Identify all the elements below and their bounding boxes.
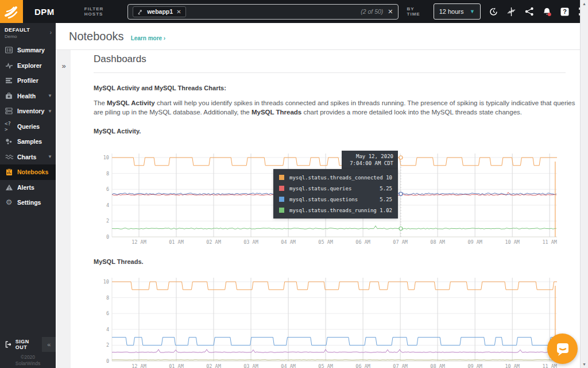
sign-out-label: SIGN OUT	[16, 339, 42, 350]
explorer-icon	[5, 62, 13, 70]
tooltip-metric-value: 5.25	[380, 197, 392, 202]
svg-text:?: ?	[563, 8, 567, 15]
svg-text:01 AM: 01 AM	[169, 239, 184, 245]
top-bar: DPM FILTER HOSTS webapp1 ✕ (2 of 50) ✕ B…	[0, 0, 588, 23]
scroll-down-icon[interactable]: ▼	[582, 362, 586, 366]
page-title: Notebooks	[69, 30, 124, 43]
svg-text:0: 0	[106, 358, 109, 364]
expand-panel-button[interactable]: »	[57, 57, 71, 74]
history-clock-icon[interactable]	[489, 6, 499, 17]
sidebar-item-health[interactable]: Health▼	[0, 89, 56, 104]
chevron-down-icon: ▼	[470, 9, 475, 14]
pulse-icon[interactable]	[506, 6, 517, 17]
chevron-down-icon: ▼	[48, 93, 52, 98]
sidebar-item-queries[interactable]: <?>Queries	[0, 119, 56, 135]
mysql-activity-chart[interactable]: May 12, 2020 7:04:00 AM CDT mysql.status…	[94, 150, 557, 250]
svg-text:07 AM: 07 AM	[393, 239, 408, 245]
svg-text:11 AM: 11 AM	[542, 239, 557, 245]
series-swatch-icon	[279, 175, 284, 180]
svg-text:4: 4	[106, 202, 109, 208]
profiler-icon	[5, 76, 13, 85]
sidebar-item-label: Explorer	[17, 62, 42, 69]
page-header: Notebooks Learn more ›	[56, 23, 580, 50]
queries-icon: <?>	[5, 122, 13, 131]
solarwinds-swirl-icon	[4, 4, 19, 19]
tooltip-metric-name: mysql.status.threads_connected	[289, 175, 386, 181]
svg-text:06 AM: 06 AM	[355, 363, 370, 368]
section-heading: MySQL Activity and MySQL Threads Charts:	[94, 85, 580, 91]
sidebar-item-alerts[interactable]: Alerts	[0, 180, 56, 195]
remove-host-filter-icon[interactable]: ✕	[176, 9, 181, 15]
charts-icon	[5, 153, 13, 161]
scroll-up-icon[interactable]: ▲	[582, 2, 586, 6]
svg-text:08 AM: 08 AM	[430, 239, 445, 245]
filter-hosts-input[interactable]: webapp1 ✕ (2 of 50) ✕	[127, 4, 398, 20]
svg-text:04 AM: 04 AM	[281, 363, 296, 368]
svg-text:10: 10	[103, 155, 109, 160]
mysql-threads-chart[interactable]: 024681012 AM01 AM02 AM03 AM04 AM05 AM06 …	[94, 274, 557, 368]
tooltip-metric-value: 10	[386, 175, 392, 181]
tooltip-metric-value: 5.25	[380, 186, 392, 191]
help-icon[interactable]: ?	[560, 6, 570, 17]
svg-text:12 AM: 12 AM	[131, 363, 146, 368]
topbar-icons: ?	[489, 6, 588, 17]
by-time-label: BY TIME	[407, 6, 428, 17]
collapse-sidebar-button[interactable]: «	[42, 337, 56, 352]
svg-text:2: 2	[106, 218, 109, 224]
sidebar-item-notebooks[interactable]: Notebooks	[0, 164, 56, 180]
sign-out-button[interactable]: SIGN OUT	[0, 339, 42, 350]
tooltip-row: mysql.status.queries5.25	[273, 183, 398, 194]
sidebar-item-inventory[interactable]: Inventory▼	[0, 103, 56, 119]
notebook-content: Dashboards MySQL Activity and MySQL Thre…	[71, 50, 580, 368]
tooltip-metric-name: mysql.status.queries	[289, 186, 380, 191]
filter-hosts-label: FILTER HOSTS	[84, 6, 122, 17]
samples-icon	[5, 137, 13, 145]
sidebar-item-label: Notebooks	[17, 168, 48, 175]
tooltip-metric-value: 1.02	[380, 208, 392, 213]
chat-icon	[555, 342, 570, 356]
sidebar-nav: DEFAULT Demo › SummaryExplorerProfilerHe…	[0, 23, 56, 368]
svg-text:06 AM: 06 AM	[355, 239, 370, 245]
notebooks-icon	[5, 168, 13, 176]
sidebar-item-profiler[interactable]: Profiler	[0, 73, 56, 89]
share-icon[interactable]	[524, 6, 535, 17]
mysql-threads-label: MySQL Threads.	[94, 258, 580, 265]
svg-text:09 AM: 09 AM	[467, 363, 482, 368]
svg-text:09 AM: 09 AM	[467, 239, 482, 245]
health-icon	[5, 92, 13, 100]
sidebar-item-label: Queries	[17, 123, 40, 130]
environment-switcher[interactable]: DEFAULT Demo ›	[0, 23, 56, 43]
sign-out-icon	[5, 341, 12, 348]
live-chat-button[interactable]	[547, 334, 578, 364]
sidebar-item-summary[interactable]: Summary	[0, 43, 56, 58]
svg-text:03 AM: 03 AM	[243, 363, 258, 368]
chevron-right-icon: ›	[50, 29, 52, 36]
notebook-list-collapsed-panel: »	[57, 50, 71, 368]
sidebar-item-label: Summary	[17, 47, 45, 53]
settings-icon: ⚙	[5, 198, 13, 206]
sidebar-item-explorer[interactable]: Explorer	[0, 58, 56, 74]
time-range-dropdown[interactable]: 12 hours ▼	[434, 3, 481, 20]
sidebar-footer: SIGN OUT «	[0, 337, 56, 352]
sidebar-item-settings[interactable]: ⚙Settings	[0, 195, 56, 210]
clear-filter-icon[interactable]: ✕	[388, 8, 393, 16]
svg-text:10 AM: 10 AM	[505, 363, 520, 368]
learn-more-link[interactable]: Learn more ›	[131, 35, 166, 41]
app-name: DPM	[34, 7, 55, 17]
bell-icon[interactable]	[542, 6, 552, 17]
environment-subtitle: Demo	[5, 34, 51, 39]
mysql-threads-plot[interactable]: 024681012 AM01 AM02 AM03 AM04 AM05 AM06 …	[94, 274, 557, 368]
tooltip-row: mysql.status.threads_running1.02	[273, 205, 398, 216]
svg-text:05 AM: 05 AM	[318, 239, 333, 245]
svg-text:04 AM: 04 AM	[281, 239, 296, 245]
copyright: ©2020 SolarWinds	[0, 354, 56, 367]
page-scrollbar[interactable]: ▲ ▼	[580, 0, 588, 368]
tooltip-metric-name: mysql.status.questions	[289, 197, 380, 202]
sidebar-item-label: Samples	[17, 138, 42, 145]
sidebar-item-samples[interactable]: Samples	[0, 134, 56, 150]
host-filter-tag[interactable]: webapp1 ✕	[133, 6, 185, 17]
sidebar-item-charts[interactable]: Charts▼	[0, 150, 56, 165]
chevron-down-icon: ▼	[48, 154, 52, 159]
svg-text:4: 4	[106, 327, 109, 332]
solarwinds-logo[interactable]	[0, 0, 23, 23]
